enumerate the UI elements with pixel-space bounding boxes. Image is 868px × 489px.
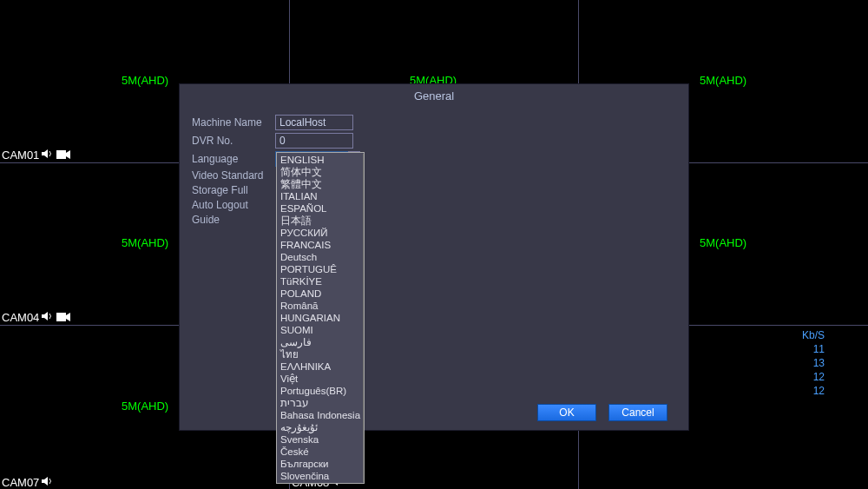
resolution-badge: 5M(AHD) [122,236,168,249]
language-option[interactable]: 日本語 [278,215,363,227]
settings-form: Machine Name DVR No. Language ENGLISH Vi… [180,108,688,235]
camera-name: CAM07 [2,476,39,489]
language-option[interactable]: SUOMI [278,324,363,336]
language-option[interactable]: PORTUGUÊ [278,263,363,275]
language-option[interactable]: Română [278,300,363,312]
language-option[interactable]: ENGLISH [278,154,363,166]
resolution-badge: 5M(AHD) [700,74,746,87]
language-option[interactable]: ΕΛΛΗΝΙΚΑ [278,360,363,373]
language-option[interactable]: ESPAÑOL [278,202,363,215]
resolution-badge: 5M(AHD) [122,74,168,87]
video-standard-label: Video Standard [192,169,275,182]
bitrate-value: 12 [802,384,825,398]
speaker-icon [42,311,54,324]
language-option[interactable]: HUNGARIAN [278,312,363,324]
language-option[interactable]: 简体中文 [278,166,363,178]
dialog-title: General [180,84,688,108]
camera-label-cam01: CAM01 [2,149,70,162]
language-option[interactable]: ไทย [278,348,363,360]
language-option[interactable]: Português(BR) [278,385,363,397]
language-option[interactable]: فارسی [278,336,363,348]
svg-marker-0 [42,149,48,158]
camera-name: CAM04 [2,311,39,324]
general-settings-dialog: General Machine Name DVR No. Language EN… [179,83,689,431]
bitrate-value: 12 [802,370,825,384]
bitrate-value: 11 [802,342,825,356]
camera-label-cam07: CAM07 [2,476,54,489]
record-icon [56,311,70,324]
language-option[interactable]: Slovenčina [278,470,363,482]
svg-marker-5 [66,313,70,321]
bitrate-panel: Kb/S 11 13 12 12 [802,328,825,398]
language-option[interactable]: Svenska [278,433,363,446]
language-option[interactable]: Български [278,458,363,470]
bitrate-header: Kb/S [802,328,825,342]
language-option[interactable]: ئۇيغۇرچە [278,421,363,433]
language-option[interactable]: עברית [278,397,363,409]
machine-name-input[interactable] [275,115,353,130]
language-option[interactable]: Việt [278,373,363,385]
resolution-badge: 5M(AHD) [122,400,168,413]
speaker-icon [42,149,54,162]
dialog-button-row: OK Cancel [537,404,667,421]
language-option[interactable]: ITALIAN [278,190,363,202]
dvr-no-label: DVR No. [192,135,275,147]
camera-name: CAM01 [2,149,39,162]
language-label: Language [192,153,275,165]
guide-label: Guide [192,214,275,226]
language-option[interactable]: 繁體中文 [278,178,363,190]
auto-logout-label: Auto Logout [192,199,275,211]
language-option[interactable]: TüRKİYE [278,275,363,287]
bitrate-value: 13 [802,356,825,370]
svg-marker-6 [42,477,48,486]
svg-marker-2 [66,150,70,159]
svg-marker-3 [42,312,48,320]
ok-button[interactable]: OK [537,404,596,421]
language-option[interactable]: FRANCAIS [278,239,363,251]
record-icon [56,149,70,162]
dropdown-scrollbar[interactable] [363,154,364,482]
svg-rect-4 [56,313,66,321]
camera-label-cam04: CAM04 [2,311,70,324]
storage-full-label: Storage Full [192,184,275,196]
language-option[interactable]: Bahasa Indonesia [278,409,363,421]
dvr-no-input[interactable] [275,133,353,149]
language-option[interactable]: Deutsch [278,251,363,263]
cancel-button[interactable]: Cancel [608,404,667,421]
svg-rect-1 [56,150,66,159]
language-option-list: ENGLISH 简体中文 繁體中文 ITALIAN ESPAÑOL 日本語 РУ… [278,154,363,482]
resolution-badge: 5M(AHD) [700,236,746,249]
language-option[interactable]: РУССКИЙ [278,227,363,239]
machine-name-label: Machine Name [192,116,275,129]
language-option[interactable]: POLAND [278,287,363,300]
speaker-icon [42,476,54,489]
language-dropdown[interactable]: ENGLISH 简体中文 繁體中文 ITALIAN ESPAÑOL 日本語 РУ… [276,152,365,484]
language-option[interactable]: České [278,446,363,458]
